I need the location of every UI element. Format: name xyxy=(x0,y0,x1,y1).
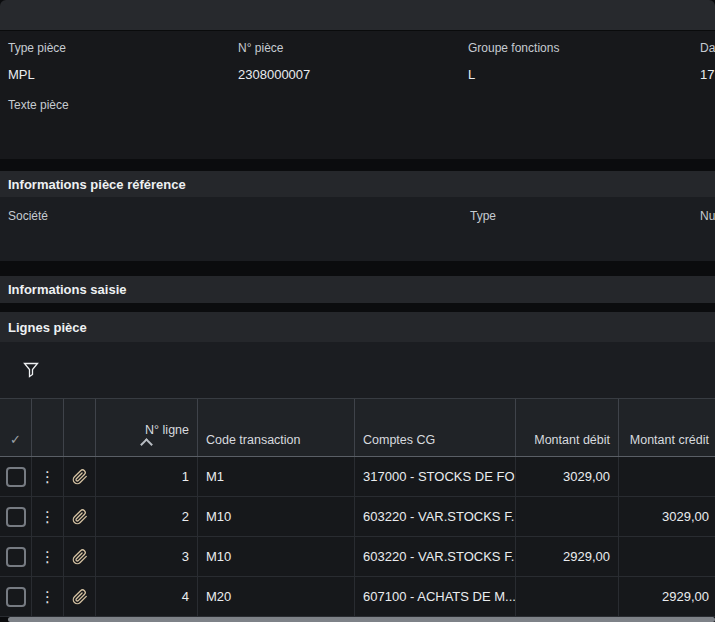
field-label: Dat xyxy=(700,41,715,55)
section-body-reference: Société Type Nu xyxy=(0,197,715,261)
table-row[interactable]: ⋮ 3 M10 603220 - VAR.STOCKS F... 2929,00 xyxy=(0,537,715,577)
row-overflow-button[interactable]: ⋮ xyxy=(40,589,55,604)
sort-ascending-icon xyxy=(140,438,153,451)
table-row[interactable]: ⋮ 4 M20 607100 - ACHATS DE M... 2929,00 xyxy=(0,577,715,617)
cell-code-transaction: M10 xyxy=(198,497,355,536)
row-overflow-button[interactable]: ⋮ xyxy=(40,469,55,484)
row-overflow-button[interactable]: ⋮ xyxy=(40,509,55,524)
table-toolbar xyxy=(0,342,715,398)
account-link[interactable]: 317000 - STOCKS DE FO... xyxy=(355,457,516,496)
row-checkbox[interactable] xyxy=(6,467,26,487)
cell-line-number: 2 xyxy=(96,497,198,536)
field-value: 17. xyxy=(700,67,715,82)
cell-line-number: 1 xyxy=(96,457,198,496)
filter-button[interactable] xyxy=(19,358,43,382)
filter-icon xyxy=(22,361,40,379)
cell-montant-credit: 3029,00 xyxy=(619,497,715,536)
cell-line-number: 4 xyxy=(96,577,198,616)
cell-montant-credit xyxy=(619,537,715,576)
column-label: Comptes CG xyxy=(363,433,435,447)
row-checkbox[interactable] xyxy=(6,507,26,527)
column-header-montant-credit[interactable]: Montant crédit xyxy=(619,399,715,456)
section-header-lignes: Lignes pièce xyxy=(0,312,715,342)
column-header-montant-debit[interactable]: Montant débit xyxy=(516,399,619,456)
cell-code-transaction: M10 xyxy=(198,537,355,576)
cell-code-transaction: M1 xyxy=(198,457,355,496)
field-value: 2308000007 xyxy=(238,67,468,82)
field-societe: Société xyxy=(8,209,470,223)
cell-line-number: 3 xyxy=(96,537,198,576)
attachment-column-header xyxy=(64,399,96,456)
account-link[interactable]: 603220 - VAR.STOCKS F... xyxy=(355,497,516,536)
paperclip-icon[interactable] xyxy=(72,549,88,565)
account-link[interactable]: 607100 - ACHATS DE M... xyxy=(355,577,516,616)
cell-code-transaction: M20 xyxy=(198,577,355,616)
field-date: Dat 17. xyxy=(700,41,715,82)
checkmark-icon: ✓ xyxy=(10,432,21,447)
horizontal-scrollbar-thumb[interactable] xyxy=(8,617,715,622)
field-label: N° pièce xyxy=(238,41,468,55)
paperclip-icon[interactable] xyxy=(72,509,88,525)
field-type: Type xyxy=(470,209,700,223)
column-header-code-transaction[interactable]: Code transaction xyxy=(198,399,355,456)
field-numero: Nu xyxy=(700,209,715,223)
column-label: Montant débit xyxy=(534,433,610,447)
field-label: Type pièce xyxy=(8,41,238,55)
column-label: N° ligne xyxy=(145,423,189,437)
horizontal-scrollbar xyxy=(0,617,715,622)
column-header-comptes-cg[interactable]: Comptes CG xyxy=(355,399,516,456)
column-label: Code transaction xyxy=(206,433,301,447)
field-groupe-fonctions: Groupe fonctions L xyxy=(468,41,700,82)
table-header-row: ✓ N° ligne Code transaction Comptes CG M… xyxy=(0,398,715,457)
table-body: ⋮ 1 M1 317000 - STOCKS DE FO... 3029,00 … xyxy=(0,457,715,617)
top-toolbar xyxy=(0,0,715,31)
paperclip-icon[interactable] xyxy=(72,469,88,485)
section-header-saisie: Informations saisie xyxy=(0,276,715,303)
field-texte-piece: Texte pièce xyxy=(0,98,715,112)
section-title: Informations pièce référence xyxy=(8,177,186,192)
document-header-panel: Type pièce MPL N° pièce 2308000007 Group… xyxy=(0,31,715,159)
row-checkbox[interactable] xyxy=(6,587,26,607)
field-numero-piece: N° pièce 2308000007 xyxy=(238,41,468,82)
account-link[interactable]: 603220 - VAR.STOCKS F... xyxy=(355,537,516,576)
select-all-column-header[interactable]: ✓ xyxy=(0,399,32,456)
column-label: Montant crédit xyxy=(630,433,709,447)
field-label: Nu xyxy=(700,209,715,223)
field-label: Société xyxy=(8,209,470,223)
document-detail-page: { "document_header": { "fields": [ {"lab… xyxy=(0,0,715,622)
column-header-line[interactable]: N° ligne xyxy=(96,399,198,456)
field-label: Type xyxy=(470,209,700,223)
document-header-fields: Type pièce MPL N° pièce 2308000007 Group… xyxy=(0,31,715,82)
section-title: Lignes pièce xyxy=(8,320,87,335)
paperclip-icon[interactable] xyxy=(72,589,88,605)
table-row[interactable]: ⋮ 2 M10 603220 - VAR.STOCKS F... 3029,00 xyxy=(0,497,715,537)
cell-montant-credit: 2929,00 xyxy=(619,577,715,616)
cell-montant-debit: 3029,00 xyxy=(516,457,619,496)
field-label: Texte pièce xyxy=(8,98,715,112)
type-piece-link[interactable]: MPL xyxy=(8,67,238,82)
cell-montant-debit xyxy=(516,577,619,616)
row-overflow-button[interactable]: ⋮ xyxy=(40,549,55,564)
cell-montant-credit xyxy=(619,457,715,496)
row-checkbox[interactable] xyxy=(6,547,26,567)
cell-montant-debit: 2929,00 xyxy=(516,537,619,576)
overflow-column-header xyxy=(32,399,64,456)
section-title: Informations saisie xyxy=(8,282,126,297)
cell-montant-debit xyxy=(516,497,619,536)
field-label: Groupe fonctions xyxy=(468,41,700,55)
table-row[interactable]: ⋮ 1 M1 317000 - STOCKS DE FO... 3029,00 xyxy=(0,457,715,497)
field-value: L xyxy=(468,67,700,82)
section-header-reference: Informations pièce référence xyxy=(0,171,715,197)
field-type-piece: Type pièce MPL xyxy=(8,41,238,82)
